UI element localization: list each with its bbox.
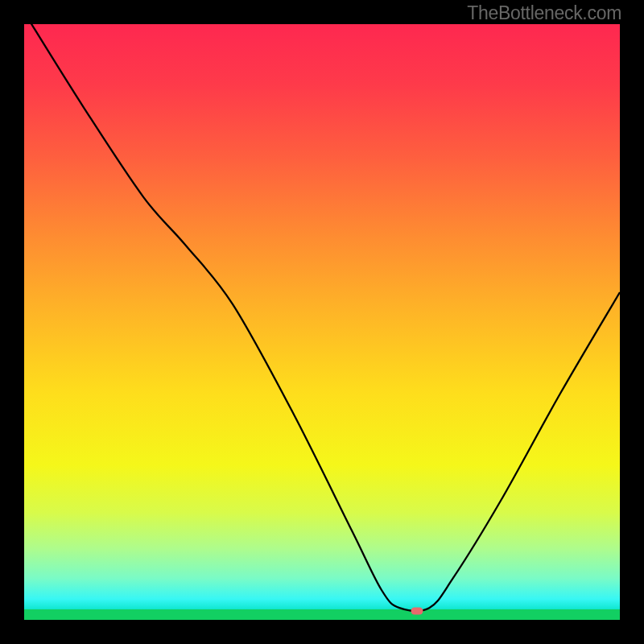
optimal-point-marker xyxy=(411,607,423,614)
plot-area xyxy=(24,24,620,620)
chart-container: TheBottleneck.com xyxy=(0,0,644,644)
watermark-text: TheBottleneck.com xyxy=(467,2,621,24)
bottleneck-curve-line xyxy=(24,24,620,620)
